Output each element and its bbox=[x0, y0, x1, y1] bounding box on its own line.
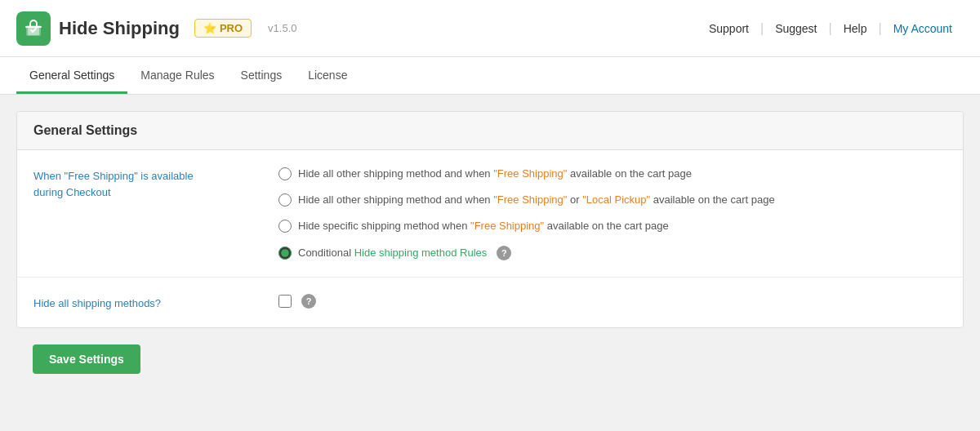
radio-input-2[interactable] bbox=[278, 193, 292, 207]
hide-all-checkbox[interactable] bbox=[278, 295, 292, 308]
help-icon-hide-all[interactable]: ? bbox=[301, 294, 316, 309]
hide-all-label: Hide all shipping methods? bbox=[33, 294, 229, 312]
help-link[interactable]: Help bbox=[832, 22, 879, 35]
app-title: Hide Shipping bbox=[59, 18, 180, 39]
section-title: General Settings bbox=[33, 123, 947, 138]
tab-license[interactable]: License bbox=[295, 57, 360, 94]
radio-label-4: Conditional Hide shipping method Rules bbox=[298, 246, 487, 260]
app-logo-icon bbox=[16, 11, 51, 46]
support-link[interactable]: Support bbox=[697, 22, 760, 35]
radio-option-1[interactable]: Hide all other shipping method and when … bbox=[278, 167, 947, 181]
header-nav: Support | Suggest | Help | My Account bbox=[697, 21, 964, 36]
free-shipping-row: When "Free Shipping" is availableduring … bbox=[17, 150, 963, 278]
hide-all-row: Hide all shipping methods? ? bbox=[17, 278, 963, 328]
logo-group: Hide Shipping ⭐ PRO v1.5.0 bbox=[16, 11, 296, 46]
pro-star-icon: ⭐ bbox=[203, 22, 216, 34]
tab-general-settings[interactable]: General Settings bbox=[16, 57, 127, 94]
radio-label-2: Hide all other shipping method and when … bbox=[298, 193, 775, 207]
radio-label-3: Hide specific shipping method when "Free… bbox=[298, 219, 669, 233]
radio-input-3[interactable] bbox=[278, 220, 292, 233]
my-account-link[interactable]: My Account bbox=[882, 22, 964, 35]
help-icon-conditional[interactable]: ? bbox=[497, 246, 511, 260]
radio-label-1: Hide all other shipping method and when … bbox=[298, 167, 692, 181]
free-shipping-options: Hide all other shipping method and when … bbox=[278, 167, 947, 260]
tab-settings[interactable]: Settings bbox=[228, 57, 296, 94]
pro-badge: ⭐ PRO bbox=[194, 19, 252, 38]
settings-card: General Settings When "Free Shipping" is… bbox=[16, 111, 964, 328]
radio-option-3[interactable]: Hide specific shipping method when "Free… bbox=[278, 219, 947, 233]
tab-manage-rules[interactable]: Manage Rules bbox=[127, 57, 227, 94]
suggest-link[interactable]: Suggest bbox=[764, 22, 828, 35]
settings-card-header: General Settings bbox=[17, 112, 963, 150]
tabs-bar: General Settings Manage Rules Settings L… bbox=[0, 57, 980, 95]
radio-input-4[interactable] bbox=[278, 247, 292, 260]
hide-all-option: ? bbox=[278, 294, 316, 309]
free-shipping-label: When "Free Shipping" is availableduring … bbox=[33, 167, 229, 200]
radio-option-4[interactable]: Conditional Hide shipping method Rules ? bbox=[278, 246, 947, 260]
radio-input-1[interactable] bbox=[278, 167, 292, 180]
version-label: v1.5.0 bbox=[268, 22, 296, 34]
save-button[interactable]: Save Settings bbox=[33, 344, 140, 374]
main-content: General Settings When "Free Shipping" is… bbox=[0, 95, 980, 407]
app-header: Hide Shipping ⭐ PRO v1.5.0 Support | Sug… bbox=[0, 0, 980, 57]
radio-option-2[interactable]: Hide all other shipping method and when … bbox=[278, 193, 947, 207]
save-section: Save Settings bbox=[16, 328, 964, 390]
